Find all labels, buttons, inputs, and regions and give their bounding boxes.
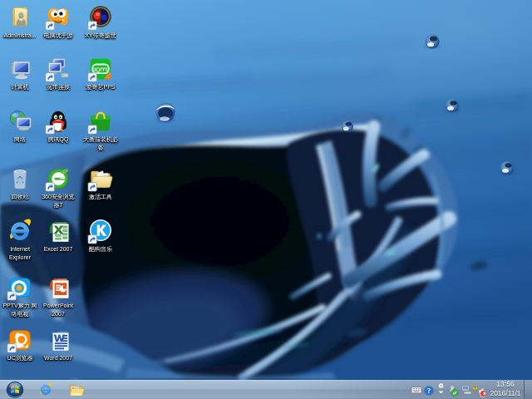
svg-text:iQIYI: iQIYI: [94, 66, 107, 73]
svg-text:?: ?: [427, 387, 431, 395]
